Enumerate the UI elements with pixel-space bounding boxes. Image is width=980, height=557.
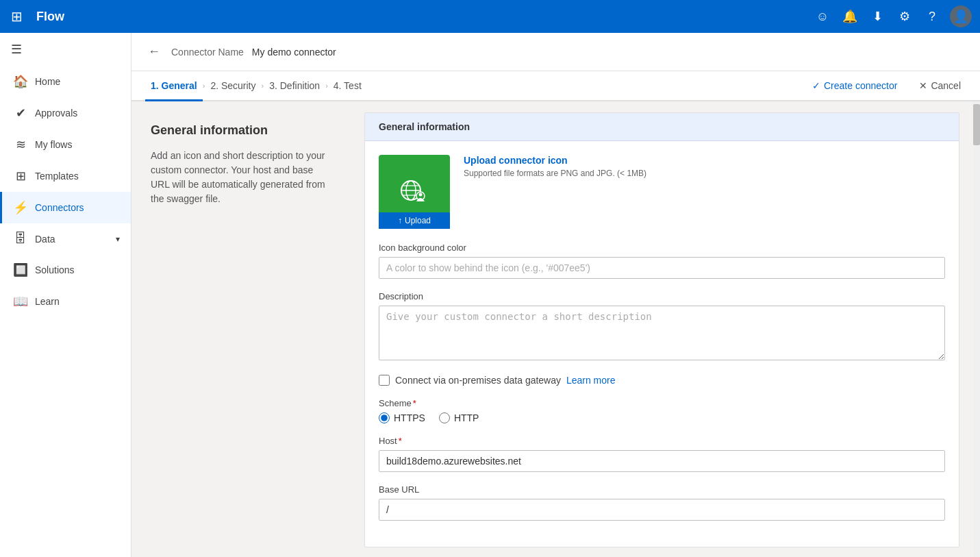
cancel-x-icon: ✕ <box>919 80 927 91</box>
sidebar-item-data[interactable]: 🗄 Data ▾ <box>0 223 131 254</box>
svg-point-6 <box>419 193 423 197</box>
bell-icon[interactable]: 🔔 <box>838 4 862 29</box>
scheme-http-option[interactable]: HTTP <box>439 412 479 423</box>
app-title: Flow <box>36 10 805 24</box>
tab-security[interactable]: 2. Security <box>205 71 261 101</box>
help-icon[interactable]: ? <box>920 4 944 29</box>
sidebar-item-my-flows[interactable]: ≋ My flows <box>0 129 131 160</box>
sidebar-item-solutions[interactable]: 🔲 Solutions <box>0 254 131 286</box>
tab-bar: 1. General › 2. Security › 3. Definition… <box>131 71 980 101</box>
host-field-group: Host* <box>379 436 945 472</box>
tab-security-label: 2. Security <box>210 80 255 91</box>
gateway-checkbox-row: Connect via on-premises data gateway Lea… <box>379 375 945 386</box>
chevron-down-icon: ▾ <box>116 234 120 244</box>
section-description: Add an icon and short description to you… <box>151 149 331 206</box>
description-label: Description <box>379 291 945 301</box>
topbar-icons: ☺ 🔔 ⬇ ⚙ ? 👤 <box>810 4 972 29</box>
scheme-radio-group: HTTPS HTTP <box>379 412 945 423</box>
learn-more-link[interactable]: Learn more <box>566 375 616 386</box>
description-input[interactable] <box>379 306 945 360</box>
connector-name-label: Connector Name <box>171 47 244 58</box>
create-connector-button[interactable]: ✓ Create connector <box>807 77 903 94</box>
scheme-https-radio[interactable] <box>379 412 390 423</box>
content-area: ← Connector Name My demo connector 1. Ge… <box>131 33 980 557</box>
host-label: Host* <box>379 436 945 446</box>
gateway-checkbox[interactable] <box>379 375 390 386</box>
sidebar-label-data: Data <box>35 234 55 245</box>
icon-row: ↑ Upload Upload connector icon Supported… <box>379 155 945 229</box>
icon-upload-info: Upload connector icon Supported file for… <box>464 155 646 178</box>
scheme-label: Scheme* <box>379 398 945 408</box>
sidebar-toggle[interactable]: ☰ <box>0 33 131 66</box>
tab-test[interactable]: 4. Test <box>328 71 367 101</box>
connectors-icon: ⚡ <box>13 200 28 215</box>
tab-actions: ✓ Create connector ✕ Cancel <box>807 77 966 94</box>
scrollbar[interactable] <box>973 101 980 557</box>
topbar: ⊞ Flow ☺ 🔔 ⬇ ⚙ ? 👤 <box>0 0 980 33</box>
tab-definition-label: 3. Definition <box>269 80 320 91</box>
base-url-label: Base URL <box>379 484 945 495</box>
sidebar-label-approvals: Approvals <box>35 108 77 119</box>
sidebar: ☰ 🏠 Home ✔ Approvals ≋ My flows ⊞ Templa… <box>0 33 131 557</box>
cancel-button[interactable]: ✕ Cancel <box>914 77 966 94</box>
avatar[interactable]: 👤 <box>950 5 972 27</box>
sidebar-label-templates: Templates <box>35 171 79 182</box>
icon-background-color-field: Icon background color <box>379 243 945 279</box>
smiley-icon[interactable]: ☺ <box>810 4 835 29</box>
upload-connector-icon-link[interactable]: Upload connector icon <box>464 155 646 166</box>
scheme-required: * <box>413 398 416 408</box>
tab-general[interactable]: 1. General <box>145 71 203 101</box>
scheme-http-label: HTTP <box>454 412 479 423</box>
connector-header: ← Connector Name My demo connector <box>131 33 980 71</box>
checkmark-icon: ✓ <box>812 80 820 91</box>
sidebar-item-templates[interactable]: ⊞ Templates <box>0 160 131 192</box>
scroll-thumb <box>973 104 980 145</box>
section-title: General information <box>151 123 331 138</box>
form-card-header: General information <box>365 113 959 141</box>
icon-bg-color-input[interactable] <box>379 257 945 279</box>
download-icon[interactable]: ⬇ <box>865 4 890 29</box>
approvals-icon: ✔ <box>13 106 28 121</box>
sidebar-item-learn[interactable]: 📖 Learn <box>0 286 131 317</box>
base-url-field-group: Base URL <box>379 484 945 521</box>
connector-name-value: My demo connector <box>252 47 336 58</box>
sidebar-item-connectors[interactable]: ⚡ Connectors <box>0 192 131 223</box>
sidebar-item-home[interactable]: 🏠 Home <box>0 66 131 97</box>
upload-supported-text: Supported file formats are PNG and JPG. … <box>464 169 646 178</box>
sidebar-label-solutions: Solutions <box>35 264 75 275</box>
sidebar-item-approvals[interactable]: ✔ Approvals <box>0 97 131 129</box>
learn-icon: 📖 <box>13 294 28 309</box>
scheme-https-option[interactable]: HTTPS <box>379 412 425 423</box>
base-url-input[interactable] <box>379 499 945 521</box>
host-required: * <box>399 436 402 446</box>
tab-definition[interactable]: 3. Definition <box>264 71 325 101</box>
back-button[interactable]: ← <box>145 42 163 62</box>
tab-test-label: 4. Test <box>334 80 362 91</box>
waffle-icon[interactable]: ⊞ <box>8 5 25 27</box>
home-icon: 🏠 <box>13 74 28 89</box>
scheme-field-group: Scheme* HTTPS HTTP <box>379 398 945 423</box>
tab-general-label: 1. General <box>151 80 197 91</box>
main-layout: ☰ 🏠 Home ✔ Approvals ≋ My flows ⊞ Templa… <box>0 33 980 557</box>
host-input[interactable] <box>379 450 945 472</box>
create-connector-label: Create connector <box>824 80 897 91</box>
left-panel: General information Add an icon and shor… <box>131 101 351 557</box>
flows-icon: ≋ <box>13 137 28 152</box>
icon-preview: ↑ Upload <box>379 155 450 229</box>
description-field-group: Description <box>379 291 945 362</box>
solutions-icon: 🔲 <box>13 262 28 277</box>
upload-button[interactable]: ↑ Upload <box>379 212 450 229</box>
settings-icon[interactable]: ⚙ <box>892 4 917 29</box>
data-icon: 🗄 <box>13 232 28 246</box>
scheme-http-radio[interactable] <box>439 412 450 423</box>
sidebar-label-my-flows: My flows <box>35 139 72 150</box>
gateway-checkbox-label: Connect via on-premises data gateway Lea… <box>395 375 616 386</box>
form-card-body: ↑ Upload Upload connector icon Supported… <box>365 141 959 547</box>
scheme-https-label: HTTPS <box>394 412 425 423</box>
cancel-label: Cancel <box>931 80 961 91</box>
right-panel: General information <box>351 101 973 557</box>
icon-bg-color-label: Icon background color <box>379 243 945 253</box>
upload-button-label: Upload <box>405 216 431 225</box>
page-body: General information Add an icon and shor… <box>131 101 980 557</box>
templates-icon: ⊞ <box>13 169 28 184</box>
